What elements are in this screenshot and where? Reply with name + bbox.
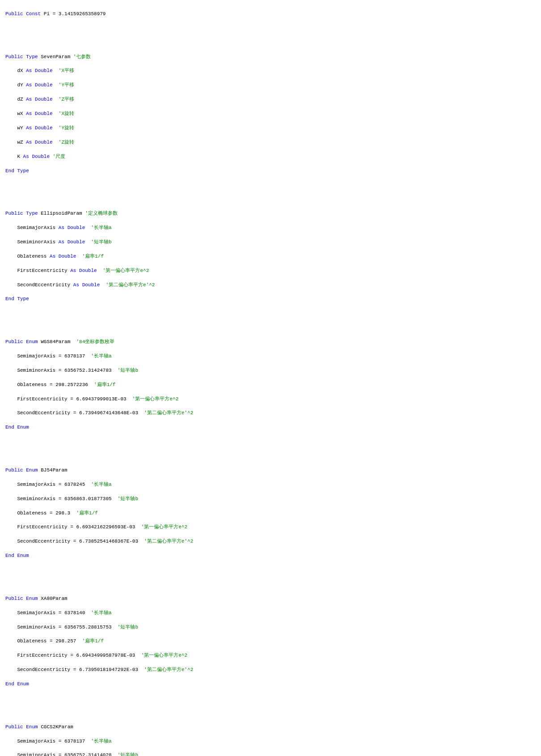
code-line: dY As Double 'Y平移 [5, 82, 536, 89]
code-line: SemiminorAxis = 6356752.31414028 '短半轴b [5, 752, 536, 756]
code-line [5, 310, 536, 317]
code-line: K As Double '尺度 [5, 153, 536, 161]
code-line: FirstEccentricity = 6.69437999013E-03 '第… [5, 396, 536, 403]
code-line: SecondEccentricity = 6.73950181947292E-0… [5, 667, 536, 674]
code-line [5, 182, 536, 189]
code-line: Oblateness As Double '扁率1/f [5, 253, 536, 260]
code-line: Public Enum CGCS2KParam [5, 724, 536, 731]
code-line: dX As Double 'X平移 [5, 68, 536, 75]
code-line: FirstEccentricity As Double '第一偏心率平方e^2 [5, 268, 536, 275]
code-line [5, 581, 536, 588]
code-line: FirstEccentricity = 6.69342162296593E-03… [5, 524, 536, 531]
code-line: FirstEccentricity = 6.69434999587978E-03… [5, 652, 536, 659]
code-line: Public Const Pi = 3.14159265358979 [5, 11, 536, 18]
code-line: SemimajorAxis = 6378137 '长半轴a [5, 353, 536, 360]
code-line: Public Enum WGS84Param '84坐标参数枚举 [5, 339, 536, 346]
code-line: wZ As Double 'Z旋转 [5, 139, 536, 146]
code-line [5, 695, 536, 702]
code-line: SemimajorAxis = 6378140 '长半轴a [5, 610, 536, 617]
code-line: SemiminorAxis = 6356755.28815753 '短半轴b [5, 624, 536, 631]
code-line: dZ As Double 'Z平移 [5, 96, 536, 103]
code-line: Public Enum BJ54Param [5, 467, 536, 474]
code-line: SecondEccentricity = 6.73852541468367E-0… [5, 538, 536, 545]
code-line: Public Enum XA80Param [5, 595, 536, 603]
code-line: SemimajorAxis = 6378245 '长半轴a [5, 481, 536, 488]
code-line [5, 25, 536, 32]
code-line: SemiminorAxis = 6356752.31424783 '短半轴b [5, 367, 536, 374]
code-line: SecondEccentricity As Double '第二偏心率平方e'^… [5, 282, 536, 289]
code-line [5, 39, 536, 47]
code-line: End Enum [5, 681, 536, 688]
code-line: End Type [5, 168, 536, 175]
code-line: End Enum [5, 424, 536, 431]
code-line: Oblateness = 298.257 '扁率1/f [5, 638, 536, 645]
code-line: SemiminorAxis As Double '短半轴b [5, 239, 536, 246]
code-line: End Type [5, 296, 536, 303]
code-line: SemimajorAxis = 6378137 '长半轴a [5, 738, 536, 745]
code-line: wY As Double 'Y旋转 [5, 125, 536, 132]
code-line: SemiminorAxis = 6356863.01877305 '短半轴b [5, 496, 536, 503]
code-line: Public Type EllipsoidParam '定义椭球参数 [5, 210, 536, 217]
code-line: Oblateness = 298.3 '扁率1/f [5, 510, 536, 517]
code-line: End Enum [5, 552, 536, 560]
code-line: SecondEccentricity = 6.73949674143648E-0… [5, 410, 536, 417]
code-editor: Public Const Pi = 3.14159265358979 Publi… [0, 0, 541, 756]
code-line [5, 709, 536, 717]
code-line [5, 438, 536, 446]
code-line: Public Type SevenParam '七参数 [5, 54, 536, 61]
code-line: wX As Double 'X旋转 [5, 110, 536, 118]
code-line: SemimajorAxis As Double '长半轴a [5, 225, 536, 232]
code-line [5, 567, 536, 574]
code-line [5, 196, 536, 203]
code-line [5, 324, 536, 331]
code-line [5, 453, 536, 460]
code-line: Oblateness = 298.2572236 '扁率1/f [5, 382, 536, 389]
